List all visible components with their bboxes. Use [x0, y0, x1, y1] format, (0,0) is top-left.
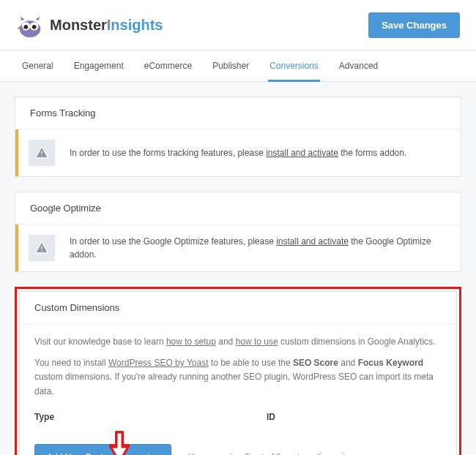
- col-type: Type: [34, 412, 267, 422]
- brand-logo: MonsterInsights: [16, 11, 163, 39]
- seo-text: You need to install WordPress SEO by Yoa…: [34, 356, 442, 399]
- notice-text: In order to use the forms tracking featu…: [70, 146, 406, 159]
- add-new-custom-dimension-button[interactable]: Add New Custom Dimension: [34, 444, 171, 455]
- tab-general[interactable]: General: [12, 50, 64, 81]
- warning-icon: [29, 140, 55, 166]
- kb-text: Visit our knowledge base to learn how to…: [34, 335, 442, 349]
- panel-title: Custom Dimensions: [20, 292, 456, 324]
- svg-point-3: [23, 25, 28, 29]
- custom-dimensions-panel: Custom Dimensions Visit our knowledge ba…: [19, 291, 457, 455]
- tab-engagement[interactable]: Engagement: [64, 50, 134, 81]
- tab-conversions[interactable]: Conversions: [259, 50, 329, 81]
- panel-title: Google Optimize: [15, 192, 461, 225]
- settings-tabs: General Engagement eCommerce Publisher C…: [0, 50, 476, 82]
- usage-count-text: You are using 0 out of 9 custom dimensio…: [187, 452, 358, 455]
- forms-tracking-panel: Forms Tracking In order to use the forms…: [15, 97, 461, 177]
- save-changes-button[interactable]: Save Changes: [368, 12, 460, 38]
- custom-dimensions-highlight: Custom Dimensions Visit our knowledge ba…: [15, 287, 461, 455]
- install-activate-link[interactable]: install and activate: [266, 148, 338, 158]
- how-to-setup-link[interactable]: how to setup: [166, 336, 216, 347]
- monster-icon: [16, 11, 44, 39]
- tab-ecommerce[interactable]: eCommerce: [134, 50, 202, 81]
- optimize-notice: In order to use the Google Optimize feat…: [15, 225, 461, 271]
- header: MonsterInsights Save Changes: [0, 0, 476, 50]
- brand-text: MonsterInsights: [50, 17, 163, 34]
- content-area: Forms Tracking In order to use the forms…: [0, 82, 476, 455]
- notice-text: In order to use the Google Optimize feat…: [70, 235, 446, 261]
- panel-title: Forms Tracking: [15, 97, 461, 129]
- how-to-use-link[interactable]: how to use: [236, 336, 278, 347]
- warning-icon: [29, 235, 55, 261]
- forms-notice: In order to use the forms tracking featu…: [15, 129, 461, 176]
- tab-publisher[interactable]: Publisher: [202, 50, 259, 81]
- svg-point-4: [32, 25, 37, 29]
- yoast-link[interactable]: WordPress SEO by Yoast: [108, 358, 209, 368]
- install-activate-link[interactable]: install and activate: [276, 236, 349, 247]
- google-optimize-panel: Google Optimize In order to use the Goog…: [15, 192, 461, 272]
- col-id: ID: [267, 412, 442, 422]
- tab-advanced[interactable]: Advanced: [329, 50, 388, 81]
- dimensions-table-header: Type ID: [34, 412, 442, 422]
